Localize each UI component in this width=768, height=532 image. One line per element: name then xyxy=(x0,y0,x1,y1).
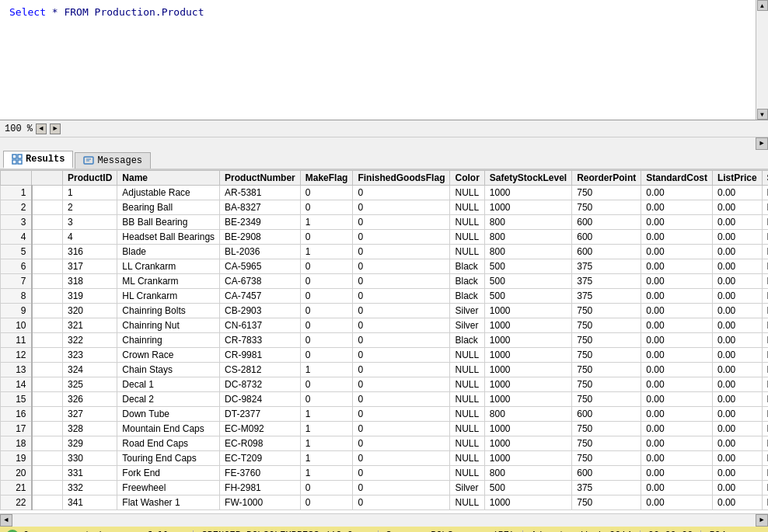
status-bar: ✓ Query executed successfully. SPENCER-P… xyxy=(0,526,768,532)
cell-finishedgoodsflag: 0 xyxy=(353,436,450,451)
table-row[interactable]: 16327Down TubeDT-237710NULL8006000.000.0… xyxy=(1,407,769,422)
table-row[interactable]: 33BB Ball BearingBE-234910NULL8006000.00… xyxy=(1,215,769,230)
cell-productid: 323 xyxy=(63,348,117,363)
col-color[interactable]: Color xyxy=(450,171,484,186)
table-row[interactable]: 6317LL CrankarmCA-596500Black5003750.000… xyxy=(1,259,769,274)
cell-productnumber: CA-6738 xyxy=(220,274,301,289)
table-row[interactable]: 9320Chainring BoltsCB-290300Silver100075… xyxy=(1,304,769,318)
cell-size: NULL xyxy=(762,392,768,407)
cell-safetystocklevel: 500 xyxy=(484,289,571,304)
cell-reorderpoint: 600 xyxy=(572,215,641,230)
table-row[interactable]: 11322ChainringCR-783300Black10007500.000… xyxy=(1,333,769,348)
col-reorderpoint[interactable]: ReorderPoint xyxy=(572,171,641,186)
col-standardcost[interactable]: StandardCost xyxy=(641,171,713,186)
col-listprice[interactable]: ListPrice xyxy=(712,171,762,186)
cell-productnumber: CR-7833 xyxy=(220,333,301,348)
scroll-down-btn[interactable]: ▼ xyxy=(757,109,768,120)
row-number: 20 xyxy=(1,466,32,481)
cell-productnumber: BA-8327 xyxy=(220,200,301,215)
cell-color: Black xyxy=(450,333,484,348)
cell-name: LL Crankarm xyxy=(117,259,220,274)
cell-productid: 316 xyxy=(63,245,117,259)
scroll-up-btn[interactable]: ▲ xyxy=(757,0,768,11)
cell-productnumber: BE-2349 xyxy=(220,215,301,230)
cell-name: Chainring Bolts xyxy=(117,304,220,318)
col-name[interactable]: Name xyxy=(117,171,220,186)
results-table: ProductID Name ProductNumber MakeFlag Fi… xyxy=(0,170,768,510)
editor-horizontal-scrollbar[interactable]: ► xyxy=(0,137,768,150)
row-number: 21 xyxy=(1,481,32,495)
cell-size: NULL xyxy=(762,495,768,510)
table-row[interactable]: 18329Road End CapsEC-R09810NULL10007500.… xyxy=(1,436,769,451)
cell-productid: 330 xyxy=(63,451,117,466)
row-indicator xyxy=(32,200,63,215)
col-safetystocklevel[interactable]: SafetyStockLevel xyxy=(484,171,571,186)
results-tabs-bar: Results Messages xyxy=(0,150,768,170)
table-row[interactable]: 17328Mountain End CapsEC-M09210NULL10007… xyxy=(1,422,769,436)
cell-reorderpoint: 750 xyxy=(572,333,641,348)
editor-vertical-scrollbar[interactable]: ▲ ▼ xyxy=(756,0,768,120)
cell-finishedgoodsflag: 0 xyxy=(353,392,450,407)
row-number: 11 xyxy=(1,333,32,348)
table-row[interactable]: 20331Fork EndFE-376010NULL8006000.000.00… xyxy=(1,466,769,481)
cell-name: Headset Ball Bearings xyxy=(117,230,220,245)
col-productnumber[interactable]: ProductNumber xyxy=(220,171,301,186)
zoom-increase-btn[interactable]: ► xyxy=(50,123,61,134)
cell-safetystocklevel: 1000 xyxy=(484,363,571,377)
table-row[interactable]: 14325Decal 1DC-873200NULL10007500.000.00… xyxy=(1,377,769,392)
cell-safetystocklevel: 1000 xyxy=(484,348,571,363)
cell-finishedgoodsflag: 0 xyxy=(353,289,450,304)
cell-standardcost: 0.00 xyxy=(641,407,713,422)
bottom-scroll-area[interactable]: ◄ ► xyxy=(0,513,768,526)
cell-reorderpoint: 750 xyxy=(572,377,641,392)
table-row[interactable]: 19330Touring End CapsEC-T20910NULL100075… xyxy=(1,451,769,466)
col-makeflag[interactable]: MakeFlag xyxy=(300,171,353,186)
table-row[interactable]: 21332FreewheelFH-298100Silver5003750.000… xyxy=(1,481,769,495)
cell-reorderpoint: 750 xyxy=(572,318,641,333)
cell-productid: 325 xyxy=(63,377,117,392)
table-row[interactable]: 12323Crown RaceCR-998100NULL10007500.000… xyxy=(1,348,769,363)
cell-name: Touring End Caps xyxy=(117,451,220,466)
cell-standardcost: 0.00 xyxy=(641,318,713,333)
table-row[interactable]: 8319HL CrankarmCA-745700Black5003750.000… xyxy=(1,289,769,304)
table-row[interactable]: 44Headset Ball BearingsBE-290800NULL8006… xyxy=(1,230,769,245)
cell-reorderpoint: 750 xyxy=(572,451,641,466)
table-row[interactable]: 11Adjustable RaceAR-538100NULL10007500.0… xyxy=(1,186,769,200)
col-finishedgoodsflag[interactable]: FinishedGoodsFlag xyxy=(353,171,450,186)
cell-productid: 322 xyxy=(63,333,117,348)
zoom-decrease-btn[interactable]: ◄ xyxy=(36,123,47,134)
cell-reorderpoint: 600 xyxy=(572,407,641,422)
cell-listprice: 0.00 xyxy=(712,377,762,392)
cell-listprice: 0.00 xyxy=(712,200,762,215)
cell-color: NULL xyxy=(450,230,484,245)
table-row[interactable]: 22Bearing BallBA-832700NULL10007500.000.… xyxy=(1,200,769,215)
table-row[interactable]: 10321Chainring NutCN-613700Silver1000750… xyxy=(1,318,769,333)
h-scroll-right-btn[interactable]: ► xyxy=(756,137,768,150)
cell-makeflag: 0 xyxy=(300,318,353,333)
cell-name: Blade xyxy=(117,245,220,259)
tab-messages[interactable]: Messages xyxy=(75,152,151,169)
tab-results[interactable]: Results xyxy=(3,151,73,169)
cell-size: NULL xyxy=(762,200,768,215)
cell-color: NULL xyxy=(450,186,484,200)
cell-standardcost: 0.00 xyxy=(641,304,713,318)
col-productid[interactable]: ProductID xyxy=(63,171,117,186)
table-row[interactable]: 22341Flat Washer 1FW-100000NULL10007500.… xyxy=(1,495,769,510)
table-row[interactable]: 5316BladeBL-203610NULL8006000.000.00NULL… xyxy=(1,245,769,259)
cell-safetystocklevel: 1000 xyxy=(484,200,571,215)
cell-reorderpoint: 750 xyxy=(572,495,641,510)
h-scroll-right-btn2[interactable]: ► xyxy=(756,514,768,527)
h-scroll-left-btn[interactable]: ◄ xyxy=(0,514,12,527)
cell-color: NULL xyxy=(450,245,484,259)
query-editor[interactable]: Select * FROM Production.Product ▲ ▼ xyxy=(0,0,768,120)
cell-color: Black xyxy=(450,289,484,304)
cell-listprice: 0.00 xyxy=(712,407,762,422)
row-number: 6 xyxy=(1,259,32,274)
table-row[interactable]: 13324Chain StaysCS-281210NULL10007500.00… xyxy=(1,363,769,377)
col-size[interactable]: Size xyxy=(762,171,768,186)
table-row[interactable]: 7318ML CrankarmCA-673800Black5003750.000… xyxy=(1,274,769,289)
table-row[interactable]: 15326Decal 2DC-982400NULL10007500.000.00… xyxy=(1,392,769,407)
cell-name: Bearing Ball xyxy=(117,200,220,215)
cell-productid: 332 xyxy=(63,481,117,495)
grid-wrapper[interactable]: ProductID Name ProductNumber MakeFlag Fi… xyxy=(0,170,768,513)
